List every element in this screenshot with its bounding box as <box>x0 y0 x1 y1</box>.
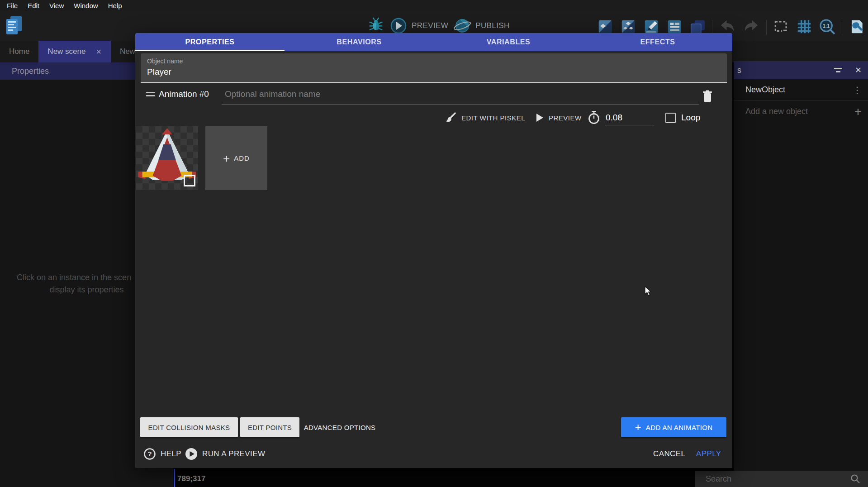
tab-new-partial-label: New <box>120 47 135 56</box>
grid-icon[interactable] <box>796 18 813 37</box>
input-underline <box>605 125 655 125</box>
redo-icon[interactable] <box>742 18 760 37</box>
tab-variables[interactable]: VARIABLES <box>434 33 583 51</box>
play-icon <box>535 113 544 123</box>
tab-effects[interactable]: EFFECTS <box>583 33 732 51</box>
brush-icon <box>445 112 456 124</box>
object-item-label: NewObject <box>745 85 785 95</box>
cancel-button[interactable]: CANCEL <box>653 446 685 462</box>
add-frame-button[interactable]: + ADD <box>205 126 267 190</box>
cursor-coordinates: 789;317 <box>177 474 205 483</box>
zoom-original-icon[interactable]: 1:1 <box>819 18 836 37</box>
delete-animation-icon[interactable] <box>702 90 713 105</box>
object-name-field[interactable]: Object name Player <box>141 53 727 83</box>
search-input[interactable] <box>705 474 850 484</box>
run-preview-icon <box>185 448 198 460</box>
animation-preview-button[interactable]: PREVIEW <box>535 110 582 125</box>
cancel-label: CANCEL <box>653 449 685 458</box>
project-manager-icon[interactable] <box>5 15 24 38</box>
dialog-tab-bar: PROPERTIES BEHAVIORS VARIABLES EFFECTS <box>135 33 732 51</box>
objects-panel-header: s ✕ <box>734 61 868 79</box>
scene-properties-icon[interactable] <box>848 18 865 37</box>
edit-points-button[interactable]: EDIT POINTS <box>240 417 299 437</box>
frame-selection-box[interactable] <box>184 175 195 186</box>
object-editor-dialog: PROPERTIES BEHAVIORS VARIABLES EFFECTS O… <box>135 33 732 468</box>
close-panel-icon[interactable]: ✕ <box>855 65 862 75</box>
time-between-frames-input[interactable]: 0.08 <box>606 113 622 123</box>
object-name-input[interactable]: Player <box>147 67 171 77</box>
animation-preview-label: PREVIEW <box>549 114 582 122</box>
toolbar-separator <box>766 20 767 35</box>
object-item-menu-icon[interactable]: ⋮ <box>853 85 862 95</box>
debugger-icon[interactable] <box>367 16 384 35</box>
search-icon[interactable] <box>850 473 861 484</box>
menu-view[interactable]: View <box>44 2 69 10</box>
properties-panel-title: Properties <box>12 67 49 76</box>
edit-with-piskel-label: EDIT WITH PISKEL <box>461 114 525 122</box>
drag-handle-icon[interactable] <box>146 92 155 96</box>
preview-play-icon <box>390 17 407 34</box>
menu-file[interactable]: File <box>2 2 23 10</box>
active-tab-indicator <box>135 50 285 51</box>
run-a-preview-button[interactable]: RUN A PREVIEW <box>185 446 265 462</box>
properties-empty-message-line1: Click on an instance in the scen <box>17 273 131 282</box>
publish-globe-icon <box>454 17 471 34</box>
publish-button[interactable]: PUBLISH <box>454 17 510 34</box>
loop-label: Loop <box>681 113 700 123</box>
tab-new-scene[interactable]: New scene ✕ <box>38 41 111 62</box>
help-button[interactable]: ? HELP <box>143 446 181 462</box>
stopwatch-icon <box>588 110 600 125</box>
toolbar-center: PREVIEW PUBLISH <box>367 16 510 35</box>
toolbar-separator <box>842 20 842 35</box>
animation-name-input[interactable]: Optional animation name <box>225 89 698 99</box>
filter-icon[interactable] <box>834 68 842 72</box>
object-name-label: Object name <box>147 57 183 65</box>
advanced-options-button[interactable]: ADVANCED OPTIONS <box>299 417 380 437</box>
apply-button[interactable]: APPLY <box>696 446 721 462</box>
menu-window[interactable]: Window <box>69 2 103 10</box>
add-new-object-row[interactable]: Add a new object + <box>734 101 868 122</box>
add-object-plus-icon: + <box>854 107 862 116</box>
clear-selection-icon[interactable] <box>773 18 790 37</box>
edit-with-piskel-button[interactable]: EDIT WITH PISKEL <box>445 110 525 125</box>
objects-panel-title-fragment: s <box>737 66 741 75</box>
menu-edit[interactable]: Edit <box>23 2 44 10</box>
objects-panel <box>734 61 868 471</box>
publish-label: PUBLISH <box>475 21 510 30</box>
preview-button[interactable]: PREVIEW <box>390 17 448 34</box>
add-an-animation-button[interactable]: + ADD AN ANIMATION <box>621 417 726 437</box>
add-new-object-label: Add a new object <box>745 107 808 116</box>
preview-label: PREVIEW <box>412 21 448 30</box>
add-frame-label: ADD <box>234 154 250 162</box>
menu-bar: File Edit View Window Help <box>0 0 868 11</box>
run-a-preview-label: RUN A PREVIEW <box>202 449 265 458</box>
menu-help[interactable]: Help <box>103 2 127 10</box>
loop-checkbox[interactable] <box>665 113 676 123</box>
mouse-cursor <box>645 286 654 298</box>
object-list-item[interactable]: NewObject ⋮ <box>734 79 868 100</box>
tab-home[interactable]: Home <box>0 41 38 62</box>
help-icon: ? <box>143 448 156 460</box>
apply-label: APPLY <box>696 449 721 458</box>
plus-icon: + <box>223 154 230 163</box>
tab-new-scene-label: New scene <box>47 47 85 56</box>
panel-splitter[interactable] <box>174 469 175 487</box>
time-between-frames-field[interactable]: 0.08 <box>588 110 622 125</box>
help-label: HELP <box>161 449 181 458</box>
add-an-animation-label: ADD AN ANIMATION <box>646 424 713 431</box>
input-underline <box>222 104 699 105</box>
edit-collision-masks-button[interactable]: EDIT COLLISION MASKS <box>140 417 238 437</box>
svg-text:?: ? <box>147 450 152 458</box>
tab-behaviors[interactable]: BEHAVIORS <box>285 33 434 51</box>
zoom-ratio-label: 1:1 <box>823 23 830 29</box>
tab-home-label: Home <box>9 47 29 56</box>
plus-icon: + <box>635 423 641 432</box>
animation-title: Animation #0 <box>159 89 209 99</box>
sprite-frame-thumbnail[interactable] <box>136 126 198 190</box>
tab-close-icon[interactable]: ✕ <box>95 48 101 56</box>
search-bar <box>695 471 868 487</box>
tab-properties[interactable]: PROPERTIES <box>135 33 285 51</box>
